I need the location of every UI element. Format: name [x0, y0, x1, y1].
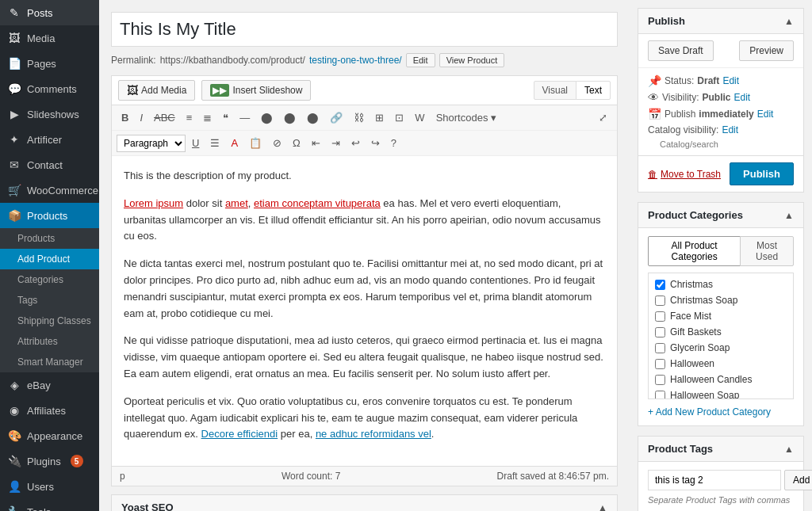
justify-button[interactable]: ☰ [205, 134, 224, 152]
editor-content-area[interactable]: This is the description of my product. L… [112, 156, 617, 466]
help-button[interactable]: ? [386, 134, 401, 152]
indent-button[interactable]: ⇥ [327, 134, 345, 152]
sidebar-item-appearance[interactable]: 🎨 Appearance [0, 423, 99, 448]
hr-button[interactable]: — [235, 109, 255, 127]
sidebar-item-tags[interactable]: Tags [0, 290, 99, 311]
pages-icon: 📄 [8, 57, 21, 70]
align-center-button[interactable]: ⬤ [279, 109, 301, 127]
permalink-slug[interactable]: testing-one-two-three/ [309, 55, 402, 66]
tag-input[interactable] [648, 470, 781, 490]
sidebar-item-media[interactable]: 🖼 Media [0, 25, 99, 51]
sidebar-item-plugins[interactable]: 🔌 Plugins 5 [0, 448, 99, 474]
link-button[interactable]: 🔗 [325, 109, 347, 127]
sidebar-item-users[interactable]: 👤 Users [0, 474, 99, 499]
sidebar-item-affiliates[interactable]: ◉ Affiliates [0, 398, 99, 423]
save-draft-button[interactable]: Save Draft [648, 40, 714, 61]
publish-edit-link[interactable]: Edit [757, 109, 774, 120]
decore-link[interactable]: Decore efficiendi [201, 428, 278, 440]
wordpress-button[interactable]: W [410, 109, 429, 127]
etiam-link[interactable]: etiam conceptam vituperata [254, 197, 381, 209]
users-icon: 👤 [8, 480, 21, 493]
sidebar-item-pages[interactable]: 📄 Pages [0, 51, 99, 76]
sidebar-item-posts[interactable]: ✎ Posts [0, 0, 99, 25]
blockquote-button[interactable]: ❝ [218, 109, 233, 127]
align-left-button[interactable]: ⬤ [256, 109, 278, 127]
align-right-button[interactable]: ⬤ [302, 109, 324, 127]
sidebar-item-contact[interactable]: ✉ Contact [0, 152, 99, 177]
tab-all-categories[interactable]: All Product Categories [648, 236, 741, 266]
sidebar-item-smart-manager[interactable]: Smart Manager [0, 352, 99, 372]
sidebar-item-all-products[interactable]: Products [0, 228, 99, 249]
adhuc-link[interactable]: ne adhuc reformidans vel [316, 428, 431, 440]
sidebar-item-categories[interactable]: Categories [0, 269, 99, 290]
tab-text[interactable]: Text [576, 81, 611, 100]
cat-checkbox-face-mist[interactable] [655, 311, 665, 322]
cat-checkbox-halloween-candles[interactable] [655, 375, 665, 385]
add-media-button[interactable]: 🖼 Add Media [118, 80, 195, 101]
unlink-button[interactable]: ⛓ [349, 109, 369, 127]
yoast-seo-title: Yoast SEO [121, 501, 174, 511]
cat-checkbox-christmas-soap[interactable] [655, 296, 665, 306]
sidebar-item-slideshows[interactable]: ▶ Slideshows [0, 101, 99, 127]
strikethrough-button[interactable]: ABC [149, 109, 180, 127]
fullscreen-button[interactable]: ⤢ [594, 109, 612, 127]
view-product-button[interactable]: View Product [439, 53, 505, 67]
yoast-seo-header[interactable]: Yoast SEO ▲ [112, 495, 617, 511]
underline-button[interactable]: U [187, 134, 204, 152]
publish-collapse-arrow: ▲ [784, 16, 794, 27]
add-tag-button[interactable]: Add [784, 470, 812, 490]
media-icon: 🖼 [8, 32, 21, 44]
publish-button[interactable]: Publish [730, 162, 794, 185]
move-to-trash-button[interactable]: 🗑 Move to Trash [648, 169, 721, 180]
sidebar-item-add-product[interactable]: Add Product [0, 249, 99, 269]
sidebar-item-ebay[interactable]: ◈ eBay [0, 372, 99, 398]
contact-icon: ✉ [8, 158, 21, 171]
undo-button[interactable]: ↩ [347, 134, 365, 152]
sidebar-item-attributes[interactable]: Attributes [0, 331, 99, 352]
category-tabs: All Product Categories Most Used [648, 236, 794, 266]
ordered-list-button[interactable]: ≣ [198, 109, 216, 127]
clear-format-button[interactable]: ⊘ [268, 134, 286, 152]
content-para-2: Lorem ipsum dolor sit amet, etiam concep… [124, 196, 605, 245]
cat-checkbox-halloween-soap[interactable] [655, 391, 665, 400]
format-select[interactable]: Paragraph [117, 135, 186, 152]
insert-more-button[interactable]: ⊡ [390, 109, 408, 127]
ebay-icon: ◈ [8, 379, 21, 391]
cat-checkbox-halloween[interactable] [655, 359, 665, 369]
cat-checkbox-gift-baskets[interactable] [655, 327, 665, 337]
cat-checkbox-glycerin-soap[interactable] [655, 343, 665, 353]
bold-button[interactable]: B [117, 109, 133, 127]
sidebar-item-shipping-classes[interactable]: Shipping Classes [0, 311, 99, 331]
visibility-edit-link[interactable]: Edit [733, 92, 750, 103]
shortcodes-button[interactable]: Shortcodes ▾ [431, 109, 501, 127]
status-edit-link[interactable]: Edit [722, 75, 739, 86]
tab-visual[interactable]: Visual [534, 81, 576, 100]
permalink-edit-button[interactable]: Edit [406, 53, 435, 67]
sidebar-item-woocommerce[interactable]: 🛒 WooCommerce [0, 177, 99, 203]
catalog-value: Catalog/search [660, 139, 794, 149]
sidebar-item-products[interactable]: 📦 Products [0, 203, 99, 228]
sidebar-item-tools[interactable]: 🔧 Tools [0, 499, 99, 511]
lorem-link[interactable]: Lorem ipsum [124, 197, 183, 209]
insert-slideshow-button[interactable]: ▶▶ Insert Slideshow [201, 80, 311, 101]
paste-word-button[interactable]: 📋 [244, 134, 266, 152]
catalog-edit-link[interactable]: Edit [722, 124, 738, 135]
preview-button[interactable]: Preview [739, 40, 794, 61]
italic-button[interactable]: I [135, 109, 147, 127]
text-color-button[interactable]: A [226, 134, 243, 152]
sidebar-item-artificer[interactable]: ✦ Artificer [0, 127, 99, 152]
insert-table-button[interactable]: ⊞ [370, 109, 389, 127]
post-title-input[interactable] [111, 12, 618, 47]
cat-checkbox-christmas[interactable] [655, 280, 665, 290]
redo-button[interactable]: ↪ [366, 134, 385, 152]
amet-link[interactable]: amet [225, 197, 248, 209]
add-category-link[interactable]: + Add New Product Category [648, 406, 771, 418]
view-tabs: Visual Text [534, 81, 611, 100]
trash-icon: 🗑 [648, 169, 657, 180]
sidebar-item-comments[interactable]: 💬 Comments [0, 76, 99, 101]
slideshow-icon: ▶▶ [210, 84, 229, 97]
unordered-list-button[interactable]: ≡ [182, 109, 197, 127]
tab-most-used[interactable]: Most Used [740, 236, 794, 266]
outdent-button[interactable]: ⇤ [307, 134, 325, 152]
special-chars-button[interactable]: Ω [288, 134, 305, 152]
